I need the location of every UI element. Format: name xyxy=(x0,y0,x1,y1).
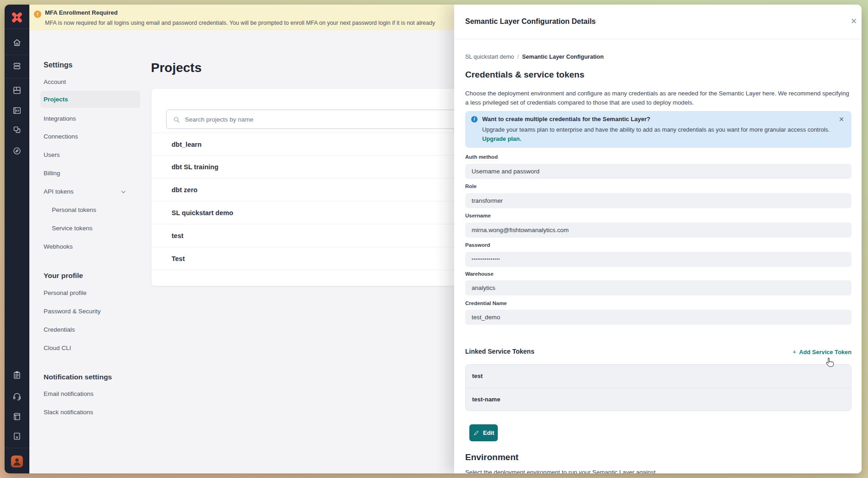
add-service-token-button[interactable]: +Add Service Token xyxy=(465,348,851,356)
sidebar-item-billing[interactable]: Billing xyxy=(44,169,60,178)
sidebar-item-personal-tokens[interactable]: Personal tokens xyxy=(52,206,96,215)
token-row: test xyxy=(466,365,851,388)
projects-card: dbt_learn dbt SL training dbt zero SL qu… xyxy=(151,88,481,286)
settings-nav-header: Settings xyxy=(44,61,72,69)
search-icon xyxy=(172,116,181,124)
chevron-down-icon[interactable] xyxy=(120,189,127,195)
clipboard-icon[interactable] xyxy=(11,369,23,381)
deploy-icon[interactable] xyxy=(11,60,23,72)
breadcrumb: SL quickstart demo/Semantic Layer Config… xyxy=(465,54,604,60)
info-banner-title: Want to create multiple credentials for … xyxy=(482,116,651,122)
sidebar-item-cloud-cli[interactable]: Cloud CLI xyxy=(44,344,71,353)
project-row[interactable]: Test xyxy=(151,247,481,270)
develop-icon[interactable] xyxy=(11,105,23,117)
warehouse-field[interactable]: analytics xyxy=(465,280,851,295)
edit-button-label: Edit xyxy=(483,429,495,436)
project-list: dbt_learn dbt SL training dbt zero SL qu… xyxy=(151,133,481,270)
sidebar-item-connections[interactable]: Connections xyxy=(44,132,78,141)
profile-nav-header: Your profile xyxy=(44,272,83,280)
sidebar-item-password-security[interactable]: Password & Security xyxy=(44,307,101,316)
projects-icon[interactable] xyxy=(11,124,23,136)
sidebar-item-integrations[interactable]: Integrations xyxy=(44,114,76,123)
environment-description: Select the deployment environment to run… xyxy=(465,469,851,473)
user-avatar[interactable] xyxy=(11,456,23,467)
upgrade-info-banner: i Want to create multiple credentials fo… xyxy=(465,111,851,148)
search-input[interactable] xyxy=(185,110,460,128)
support-headset-icon[interactable] xyxy=(11,390,23,402)
field-label-password: Password xyxy=(465,242,490,248)
rail-divider xyxy=(5,55,29,55)
close-icon[interactable]: ✕ xyxy=(849,17,859,27)
dbt-logo[interactable] xyxy=(10,11,24,24)
rail-divider xyxy=(5,448,29,448)
breadcrumb-separator: / xyxy=(517,54,519,60)
field-label-role: Role xyxy=(465,183,477,189)
sidebar-item-credentials[interactable]: Credentials xyxy=(44,325,75,334)
semantic-layer-panel: Semantic Layer Configuration Details ✕ S… xyxy=(454,5,862,473)
auth-method-field[interactable]: Username and password xyxy=(465,164,851,179)
sidebar-item-account[interactable]: Account xyxy=(44,78,66,87)
explore-icon[interactable] xyxy=(11,145,23,157)
sidebar-item-projects[interactable]: Projects xyxy=(40,91,140,108)
panel-separator xyxy=(454,39,862,39)
close-icon[interactable]: ✕ xyxy=(837,115,846,124)
home-icon[interactable] xyxy=(11,37,23,49)
warning-icon: ! xyxy=(34,11,41,18)
mfa-banner-message: MFA is now required for all logins using… xyxy=(45,20,467,26)
app-window: ! MFA Enrollment Required MFA is now req… xyxy=(5,5,862,473)
linked-tokens-list: test test-name xyxy=(465,364,851,411)
breadcrumb-project[interactable]: SL quickstart demo xyxy=(465,54,514,60)
field-label-warehouse: Warehouse xyxy=(465,271,494,277)
sidebar-item-slack-notifications[interactable]: Slack notifications xyxy=(44,408,93,417)
plus-icon: + xyxy=(793,348,796,356)
field-label-username: Username xyxy=(465,213,491,218)
rail-divider xyxy=(5,78,29,78)
rail-divider xyxy=(5,28,29,29)
info-banner-body: Upgrade your teams plan to enterprise an… xyxy=(482,126,830,133)
project-row[interactable]: test xyxy=(151,224,481,247)
sidebar-item-api-tokens[interactable]: API tokens xyxy=(44,187,73,196)
sidebar-item-personal-profile[interactable]: Personal profile xyxy=(44,289,87,298)
mfa-banner-title: MFA Enrollment Required xyxy=(45,9,117,16)
panel-title: Semantic Layer Configuration Details xyxy=(465,17,596,26)
project-row[interactable]: SL quickstart demo xyxy=(151,201,481,224)
project-row[interactable]: dbt SL training xyxy=(151,156,481,178)
field-label-auth-method: Auth method xyxy=(465,154,498,160)
notebook-icon[interactable] xyxy=(11,411,23,422)
token-row: test-name xyxy=(466,388,851,411)
role-field[interactable]: transformer xyxy=(465,193,851,208)
pencil-icon xyxy=(473,429,480,436)
info-icon: i xyxy=(471,116,478,122)
password-field[interactable]: ••••••••••••••• xyxy=(465,252,851,267)
username-field[interactable]: mirna.wong@fishtownanalytics.com xyxy=(465,222,851,238)
field-label-credential-name: Credential Name xyxy=(465,300,507,306)
section-title: Credentials & service tokens xyxy=(465,70,584,80)
add-service-token-label: Add Service Token xyxy=(799,349,851,356)
project-row[interactable]: dbt_learn xyxy=(151,133,481,156)
dashboard-icon[interactable] xyxy=(11,84,23,96)
sidebar-item-email-notifications[interactable]: Email notifications xyxy=(44,389,94,399)
sidebar-item-service-tokens[interactable]: Service tokens xyxy=(52,224,93,233)
page-title: Projects xyxy=(151,61,202,75)
project-row[interactable]: dbt zero xyxy=(151,178,481,201)
environment-title: Environment xyxy=(465,452,518,462)
breadcrumb-current: Semantic Layer Configuration xyxy=(522,54,604,60)
sidebar-item-users[interactable]: Users xyxy=(44,150,60,160)
reference-icon[interactable] xyxy=(11,430,23,442)
upgrade-plan-link[interactable]: Upgrade plan. xyxy=(482,135,521,142)
edit-button[interactable]: Edit xyxy=(469,424,498,441)
left-icon-rail xyxy=(5,5,29,473)
credential-name-field[interactable]: test_demo xyxy=(465,310,851,325)
project-search xyxy=(166,110,470,129)
notification-nav-header: Notification settings xyxy=(44,373,112,381)
sidebar-item-webhooks[interactable]: Webhooks xyxy=(44,242,73,251)
section-description: Choose the deployment environment and co… xyxy=(465,89,851,107)
